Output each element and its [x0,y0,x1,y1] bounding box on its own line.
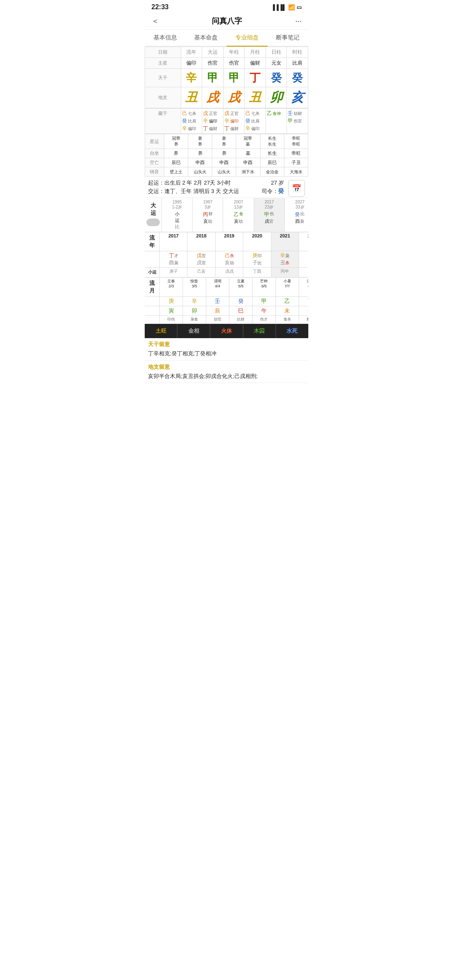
tiangan-ri: 癸 [266,69,287,87]
zhuxing-dayun: 伤官 [202,58,224,69]
status-icons: ▐▐▐▌ 📶 ▭ [271,4,302,10]
xingyun-liunian: 冠带养 [164,134,188,149]
liuyue-star-label [145,316,160,323]
kongwang-label: 空亡 [145,158,164,167]
liunian-2017: 2017 [160,232,187,251]
dayun-label: 大 运 [145,198,162,232]
main-table: 日期 流年 大运 年柱 月柱 日柱 时柱 主星 偏印 伤官 伤官 偏财 元女 比… [145,47,308,108]
tiangan-dayun: 甲 [202,69,224,87]
zhuxing-ri: 元女 [266,58,287,69]
battery-icon: ▭ [297,4,302,10]
zizuo-liunian: 养 [164,149,188,158]
zizuo-nian: 养 [212,149,236,158]
lym-star-7: 财印 [299,316,308,323]
xy-2018: 己亥 [187,268,215,277]
zizuo-dayun: 养 [188,149,212,158]
calendar-button[interactable]: 📅 [288,180,305,197]
ly-chars-2021: 辛枭丑杀 [271,251,299,267]
tab-pro-chart[interactable]: 专业细盘 [226,30,268,47]
tab-basic-chart[interactable]: 基本命盘 [186,30,227,46]
lym-tg-3: 壬 [206,297,229,306]
kongwang-dayun: 申酉 [188,158,212,167]
dizhi-nian: 戌 [223,87,245,108]
zhuxing-label: 主星 [145,58,181,69]
xingyun-nian: 衰养 [212,134,236,149]
col-header-riqi: 日期 [145,47,181,58]
kongwang-yue: 申酉 [236,158,260,167]
dayun-item-1997: 1997 3岁 丙财 亥劫 [193,198,223,232]
nayin-dayun: 山头火 [188,167,212,177]
qiyun-text: 起运：出生后 2 年 2月 27天 3小时 [148,179,231,187]
dayun-item-2027: 2027 33岁 癸比 酉枭 [285,198,308,232]
dayun-section: 大 运 1995 1-2岁 小 运比 1997 3岁 丙财 亥劫 [145,198,308,232]
wifi-icon: 📶 [288,4,295,10]
lym-7: 立秋8/7 [299,278,308,296]
lym-4: 立夏5/5 [229,278,253,296]
dayun-toggle[interactable] [146,219,160,226]
tiangan-yue: 丁 [245,69,266,87]
nayin-yue: 涧下水 [236,167,260,177]
canggan-ri: 乙食神 [266,109,287,134]
ly-chars-2017: 丁才酉枭 [160,251,187,267]
liunian-section: 流年 2017 2018 2019 2020 2021 2022 2023 20… [145,232,308,277]
liuyue-label: 流月 [145,278,160,296]
lym-tg-4: 癸 [229,297,253,306]
canggan-dayun: 戊正官 辛偏印 丁偏财 [202,109,224,134]
dayun-container: 大 运 1995 1-2岁 小 运比 1997 3岁 丙财 亥劫 [145,198,308,232]
jiaoyun-text: 交运：逢丁、壬年 清明后 3 天 交大运 [148,188,239,195]
lym-star-6: 食杀 [276,316,299,323]
liunian-chars-label [145,251,160,267]
dayun-item-1995: 1995 1-2岁 小 运比 [162,198,193,232]
col-header-liunian: 流年 [181,47,202,58]
kongwang-liunian: 辰巳 [164,158,188,167]
tiangan-liuyi-title: 天干留意 [148,341,305,348]
liunian-2021: 2021 [271,232,299,251]
lym-tg-6: 乙 [276,297,299,306]
col-header-shizhu: 时柱 [287,47,308,58]
lym-tg-2: 辛 [183,297,206,306]
liunian-label: 流年 [145,232,160,251]
wuxing-mu: 木囚 [243,324,276,338]
wuxing-huo: 火休 [210,324,242,338]
zhuxing-nian: 伤官 [223,58,245,69]
lym-1: 立春2/3 [160,278,183,296]
xy-2022: 乙未 [299,268,308,277]
tiangan-row: 天干 辛 甲 甲 丁 癸 癸 [145,69,308,87]
liuyue-tg-label [145,297,160,306]
lym-tg-1: 庚 [160,297,183,306]
xiaoyun-label: 小运 [145,268,160,277]
col-header-rizhu: 日柱 [266,47,287,58]
lym-tg-7: 丙 [299,297,308,306]
lym-dz-3: 辰 [206,306,229,315]
liunian-2019: 2019 [216,232,243,251]
tab-basic-info[interactable]: 基本信息 [145,30,186,46]
dizhi-liuyi-content: 亥卯半合木局;亥丑拱会;卯戌合化火;己戌相刑; [148,372,305,381]
lym-star-3: 劫官 [206,316,229,323]
dizhi-liuyi: 地支留意 亥卯半合木局;亥丑拱会;卯戌合化火;己戌相刑; [145,361,308,383]
nav-tabs: 基本信息 基本命盘 专业细盘 断事笔记 [145,30,308,47]
lym-star-2: 枭食 [183,316,206,323]
liunian-2018: 2018 [187,232,215,251]
time: 22:33 [151,3,169,11]
wuxing-tu: 土旺 [145,324,177,338]
liunian-2022: 2022 [299,232,308,251]
lym-dz-6: 未 [276,306,299,315]
back-button[interactable]: ＜ [151,16,159,26]
zizuo-ri: 长生 [260,149,284,158]
tab-notes[interactable]: 断事笔记 [268,30,309,46]
canggan-liunian: 己七杀 癸比肩 辛偏印 [181,109,202,134]
lym-6: 小暑7/7 [276,278,299,296]
dizhi-liunian: 丑 [181,87,202,108]
canggan-table: 藏干 己七杀 癸比肩 辛偏印 戊正官 辛偏印 丁偏财 戊正官 辛偏印 丁偏财 [145,108,308,134]
wuxing-jin: 金相 [177,324,210,338]
xingyun-dayun: 衰养 [188,134,212,149]
lym-2: 惊蛰3/5 [183,278,206,296]
dizhi-liuyi-title: 地支留意 [148,363,305,371]
ly-chars-2019: 己杀亥劫 [216,251,243,267]
more-button[interactable]: ··· [295,17,302,26]
dizhi-ri: 卯 [266,87,287,108]
tiangan-liunian: 辛 [181,69,202,87]
xy-2020: 丁酉 [243,268,271,277]
xy-2021: 丙申 [271,268,299,277]
lym-dz-5: 午 [253,306,276,315]
